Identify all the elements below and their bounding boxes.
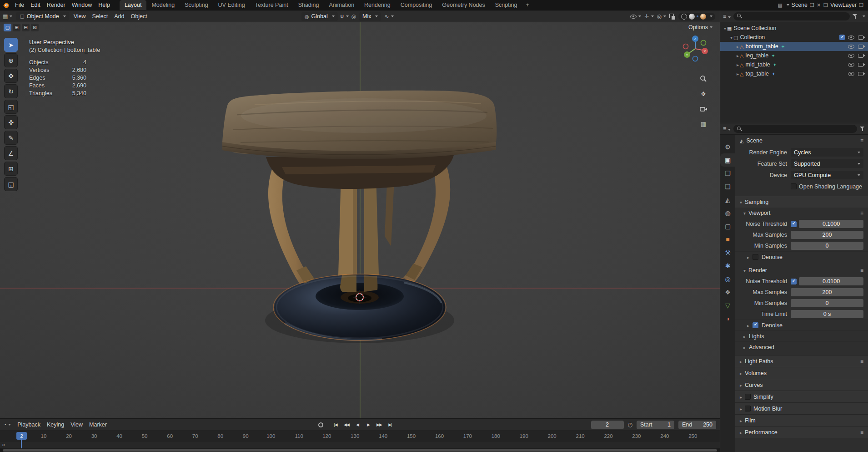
simplify-checkbox[interactable] [745,394,751,400]
device-dropdown[interactable]: GPU Compute [791,171,863,179]
new-view-layer-icon[interactable]: ❐ [859,2,863,8]
motion-blur-panel-header[interactable]: Motion Blur [735,402,868,414]
tool-button[interactable]: ◲ [4,177,18,191]
outliner-row-object[interactable]: △ mid_table ✦ [720,60,868,69]
scrollbar-thumb[interactable] [3,449,717,452]
tool-button[interactable]: ∠ [4,146,18,160]
feature-set-dropdown[interactable]: Supported [791,159,863,168]
properties-tab[interactable]: ▢ [720,219,735,233]
properties-tab[interactable]: ◎ [720,272,735,285]
tool-button[interactable]: ⊕ [4,53,18,67]
viewport-menu-item[interactable]: Object [128,11,151,21]
min-samples-field[interactable]: 0 [791,242,863,250]
tool-button[interactable]: ✜ [4,115,18,129]
new-scene-icon[interactable]: ❐ [810,2,814,8]
select-mode-button[interactable]: ⊞ [13,24,20,31]
menubar-item[interactable]: Render [44,0,69,10]
mode-dropdown[interactable]: ▢ Object Mode [16,12,69,20]
tool-button[interactable]: ⊞ [4,162,18,176]
disclosure-icon[interactable] [724,25,726,31]
workspace-tab[interactable]: Geometry Nodes [437,0,490,10]
outliner-row-object[interactable]: △ bottom_table ✦ [720,42,868,51]
preset-menu-icon[interactable] [860,210,863,216]
material-preview-button[interactable] [697,15,698,17]
add-workspace-button[interactable]: + [522,0,532,10]
menubar-item[interactable]: Help [95,0,113,10]
advanced-subpanel-header[interactable]: Advanced [735,341,868,352]
noise-threshold-checkbox[interactable] [791,279,797,284]
scene-selector[interactable]: ▤ Scene ❐ ✕ [778,2,821,8]
denoise-checkbox[interactable] [753,322,758,328]
viewport-menu-item[interactable]: View [70,11,89,21]
properties-tab[interactable]: ❖ [720,285,735,299]
transport-button[interactable]: ▶| [385,421,395,429]
osl-checkbox[interactable] [791,183,797,189]
filter-icon[interactable] [860,126,865,132]
properties-tab[interactable]: ✱ [720,259,735,272]
workspace-tab[interactable]: Scripting [490,0,522,10]
transport-button[interactable]: ▶▶ [374,421,384,429]
rendered-shading-button[interactable] [700,14,706,20]
properties-search-input[interactable] [733,125,857,133]
collection-checkbox[interactable] [839,35,845,40]
current-frame-field[interactable]: 2 [591,421,624,429]
properties-tab[interactable]: ⚙ [720,140,735,153]
filter-icon[interactable] [853,14,858,19]
hide-eye-icon[interactable] [848,36,854,40]
render-visibility-icon[interactable] [858,54,863,58]
denoise-subpanel-header[interactable]: Denoise [735,251,868,262]
tool-button[interactable]: ↻ [4,84,18,98]
visibility-eye-icon[interactable] [630,15,641,19]
workspace-tab[interactable]: Sculpting [180,0,213,10]
disclosure-icon[interactable] [737,71,739,77]
outliner-search-input[interactable] [733,12,850,20]
pin-icon[interactable] [860,137,863,144]
workspace-tab[interactable]: Compositing [396,0,437,10]
gizmos-toggle-icon[interactable]: ✛ [644,13,653,20]
performance-panel-header[interactable]: Performance [735,426,868,438]
max-samples-field[interactable]: 200 [791,231,863,239]
outliner-row-scene-collection[interactable]: ▦ Scene Collection [720,24,868,33]
select-mode-button[interactable]: ▢ [4,24,11,31]
workspace-tab[interactable]: Layout [120,0,147,10]
unlink-scene-icon[interactable]: ✕ [817,2,821,8]
properties-tab[interactable]: ❏ [720,180,735,193]
editor-type-icon[interactable]: ▦ [0,13,15,20]
disclosure-icon[interactable] [737,61,739,68]
timeline-menu-item[interactable]: Playback [14,420,44,430]
start-frame-field[interactable]: Start 1 [637,421,674,429]
properties-editor-icon[interactable]: ≡ [723,126,731,132]
lights-subpanel-header[interactable]: Lights [735,330,868,341]
view-layer-selector[interactable]: ❏ ViewLayer ❐ [823,2,863,8]
select-mode-button[interactable]: ⊟ [22,24,30,31]
outliner-row-collection[interactable]: ▢ Collection [720,33,868,42]
disclosure-icon[interactable] [730,34,733,41]
transport-button[interactable]: ◀◀ [341,421,351,429]
properties-tab[interactable]: ■ [720,233,735,246]
timeline-menu-item[interactable]: View [67,420,86,430]
tool-button[interactable]: ✎ [4,131,18,145]
menubar-item[interactable]: Edit [27,0,44,10]
stopwatch-icon[interactable]: ◷ [628,422,632,428]
pivot-dropdown[interactable]: Mix [359,12,381,21]
render-engine-dropdown[interactable]: Cycles [791,148,863,157]
menubar-item[interactable]: Window [69,0,95,10]
properties-tab[interactable]: ◭ [720,193,735,206]
tool-button[interactable]: ◱ [4,100,18,114]
properties-tab[interactable]: ◍ [720,206,735,219]
zoom-icon[interactable] [698,73,709,84]
render-visibility-icon[interactable] [858,36,863,40]
workspace-tab[interactable]: Modeling [146,0,180,10]
preset-menu-icon[interactable] [860,267,863,274]
workspace-tab[interactable]: Animation [324,0,360,10]
render-visibility-icon[interactable] [858,72,863,76]
disclosure-icon[interactable] [737,43,739,50]
tool-button[interactable]: ➤ [4,38,18,52]
workspace-tab[interactable]: Shading [293,0,324,10]
motion-blur-checkbox[interactable] [745,406,751,411]
properties-tab[interactable]: ❒ [720,167,735,180]
solid-shading-button[interactable] [689,14,695,20]
preset-menu-icon[interactable] [860,358,863,365]
hide-eye-icon[interactable] [848,72,854,76]
outliner-row-object[interactable]: △ top_table ✦ [720,69,868,78]
